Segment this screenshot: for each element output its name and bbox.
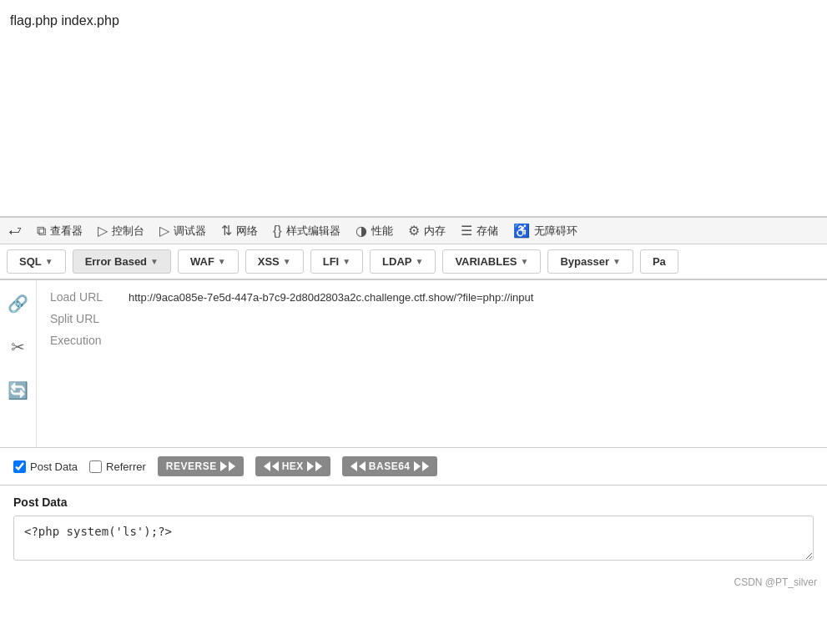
ldap-button[interactable]: LDAP ▼ bbox=[370, 249, 436, 274]
bypasser-dropdown-arrow: ▼ bbox=[613, 257, 621, 266]
console-tool[interactable]: ▷ 控制台 bbox=[98, 223, 144, 239]
url-section: Load URL http://9aca085e-7e5d-447a-b7c9-… bbox=[37, 280, 827, 447]
waf-dropdown-arrow: ▼ bbox=[218, 257, 226, 266]
pa-label: Pa bbox=[653, 255, 666, 268]
style-editor-tool[interactable]: {} 样式编辑器 bbox=[273, 224, 340, 239]
base64-arrows-left bbox=[350, 461, 366, 471]
main-area: 🔗 ✂ 🔄 Load URL http://9aca085e-7e5d-447a… bbox=[0, 280, 827, 447]
storage-label: 存储 bbox=[477, 224, 498, 239]
viewer-label: 查看器 bbox=[50, 224, 83, 239]
performance-tool[interactable]: ◑ 性能 bbox=[356, 223, 393, 239]
debugger-tool[interactable]: ▷ 调试器 bbox=[159, 223, 206, 239]
top-content-area: flag.php index.php bbox=[0, 0, 827, 217]
referrer-check-label: Referrer bbox=[106, 460, 146, 473]
browser-toolbar: ⮐ ⧉ 查看器 ▷ 控制台 ▷ 调试器 ⇅ 网络 {} 样式编辑器 ◑ 性能 ⚙… bbox=[0, 217, 827, 244]
link-icon[interactable]: 🔗 bbox=[8, 294, 28, 314]
performance-icon: ◑ bbox=[356, 223, 367, 239]
split-url-row: Split URL bbox=[50, 312, 814, 325]
error-based-button[interactable]: Error Based ▼ bbox=[73, 249, 171, 274]
lfi-label: LFI bbox=[323, 255, 340, 268]
lfi-dropdown-arrow: ▼ bbox=[342, 257, 350, 266]
base64-arrow-left bbox=[350, 461, 357, 471]
hex-arrows-left bbox=[264, 461, 279, 471]
refresh-icon[interactable]: 🔄 bbox=[8, 380, 28, 400]
post-data-textarea[interactable]: <?php system('ls');?> bbox=[13, 516, 814, 561]
debugger-icon: ▷ bbox=[159, 223, 169, 239]
reverse-button[interactable]: REVERSE bbox=[158, 456, 244, 476]
accessibility-label: 无障碍环 bbox=[534, 224, 577, 239]
variables-button[interactable]: VARIABLES ▼ bbox=[442, 249, 541, 274]
reverse-arrow-right bbox=[220, 461, 227, 471]
bypasser-button[interactable]: Bypasser ▼ bbox=[547, 249, 633, 274]
lfi-button[interactable]: LFI ▼ bbox=[310, 249, 363, 274]
base64-arrows-right bbox=[414, 461, 429, 471]
hex-arrow-right bbox=[307, 461, 314, 471]
xss-dropdown-arrow: ▼ bbox=[283, 257, 291, 266]
network-label: 网络 bbox=[236, 224, 258, 239]
error-based-label: Error Based bbox=[85, 255, 147, 268]
load-url-value[interactable]: http://9aca085e-7e5d-447a-b7c9-2d80d2803… bbox=[129, 291, 533, 304]
viewer-tool[interactable]: ⧉ 查看器 bbox=[37, 224, 83, 239]
post-data-checkbox[interactable] bbox=[13, 460, 26, 473]
post-data-check-label: Post Data bbox=[30, 460, 78, 473]
base64-button[interactable]: BASE64 bbox=[342, 456, 437, 476]
style-editor-label: 样式编辑器 bbox=[286, 224, 340, 239]
base64-arrow-right2 bbox=[422, 461, 429, 471]
waf-button[interactable]: WAF ▼ bbox=[178, 249, 239, 274]
load-url-row: Load URL http://9aca085e-7e5d-447a-b7c9-… bbox=[50, 290, 814, 304]
file-names: flag.php index.php bbox=[10, 13, 817, 28]
reverse-label: REVERSE bbox=[166, 460, 217, 472]
injection-toolbar: SQL ▼ Error Based ▼ WAF ▼ XSS ▼ LFI ▼ LD… bbox=[0, 244, 827, 280]
referrer-check-item: Referrer bbox=[89, 460, 146, 473]
reverse-arrow-right2 bbox=[229, 461, 235, 471]
hex-arrows-right bbox=[307, 461, 322, 471]
variables-dropdown-arrow: ▼ bbox=[521, 257, 529, 266]
cut-icon[interactable]: ✂ bbox=[11, 337, 25, 357]
post-data-section: Post Data <?php system('ls');?> bbox=[0, 486, 827, 573]
storage-icon: ☰ bbox=[461, 223, 472, 239]
console-icon: ▷ bbox=[98, 223, 108, 239]
footer-text: CSDN @PT_silver bbox=[734, 576, 817, 588]
error-based-dropdown-arrow: ▼ bbox=[150, 257, 159, 266]
execution-row: Execution bbox=[50, 334, 814, 347]
xss-button[interactable]: XSS ▼ bbox=[245, 249, 304, 274]
style-editor-icon: {} bbox=[273, 224, 282, 239]
variables-label: VARIABLES bbox=[455, 255, 517, 268]
pa-button[interactable]: Pa bbox=[640, 249, 678, 274]
hex-arrow-left bbox=[264, 461, 270, 471]
network-icon: ⇅ bbox=[221, 223, 232, 239]
viewer-icon: ⧉ bbox=[37, 224, 46, 239]
ldap-dropdown-arrow: ▼ bbox=[415, 257, 423, 266]
sql-label: SQL bbox=[19, 255, 42, 268]
debugger-label: 调试器 bbox=[174, 224, 206, 239]
storage-tool[interactable]: ☰ 存储 bbox=[461, 223, 498, 239]
base64-label: BASE64 bbox=[369, 460, 411, 472]
hex-button[interactable]: HEX bbox=[255, 456, 330, 476]
waf-label: WAF bbox=[190, 255, 214, 268]
referrer-checkbox[interactable] bbox=[89, 460, 102, 473]
sql-button[interactable]: SQL ▼ bbox=[7, 249, 66, 274]
base64-arrow-left2 bbox=[359, 461, 366, 471]
accessibility-tool[interactable]: ♿ 无障碍环 bbox=[513, 223, 577, 239]
inspect-icon: ⮐ bbox=[8, 224, 22, 239]
load-url-label: Load URL bbox=[50, 290, 117, 304]
accessibility-icon: ♿ bbox=[513, 223, 530, 239]
post-data-check-item: Post Data bbox=[13, 460, 78, 473]
side-icons-panel: 🔗 ✂ 🔄 bbox=[0, 280, 37, 447]
split-url-label: Split URL bbox=[50, 312, 117, 325]
inspect-tool[interactable]: ⮐ bbox=[8, 224, 22, 239]
xss-label: XSS bbox=[258, 255, 280, 268]
memory-tool[interactable]: ⚙ 内存 bbox=[408, 223, 446, 239]
memory-label: 内存 bbox=[424, 224, 446, 239]
performance-label: 性能 bbox=[371, 224, 393, 239]
network-tool[interactable]: ⇅ 网络 bbox=[221, 223, 258, 239]
execution-label: Execution bbox=[50, 334, 117, 347]
hex-arrow-left2 bbox=[272, 461, 279, 471]
sql-dropdown-arrow: ▼ bbox=[45, 257, 53, 266]
bottom-toolbar: Post Data Referrer REVERSE HEX BASE64 bbox=[0, 447, 827, 486]
reverse-arrows bbox=[220, 461, 235, 471]
console-label: 控制台 bbox=[112, 224, 144, 239]
ldap-label: LDAP bbox=[382, 255, 411, 268]
memory-icon: ⚙ bbox=[408, 223, 420, 239]
hex-arrow-right2 bbox=[315, 461, 322, 471]
